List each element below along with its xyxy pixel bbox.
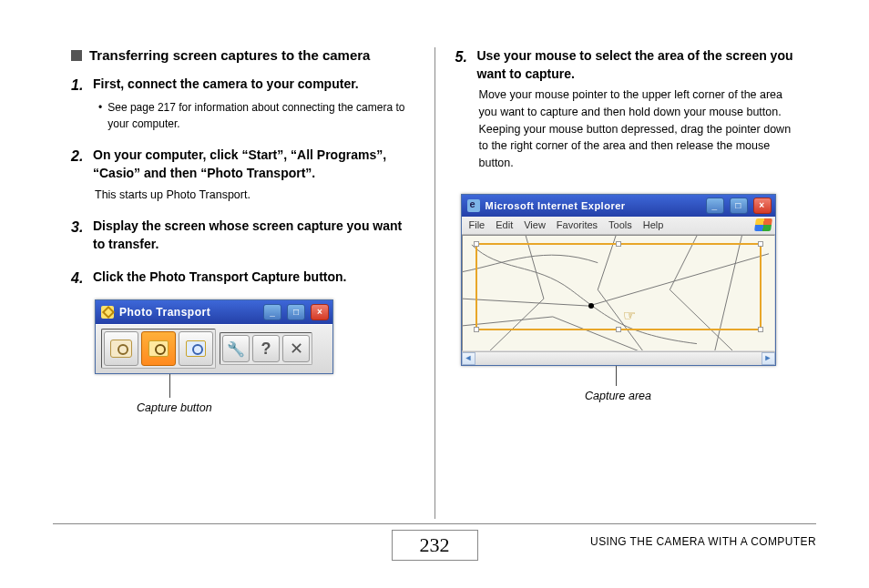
step-title: Click the Photo Transport Capture button… <box>93 269 346 289</box>
menu-file[interactable]: File <box>469 219 486 230</box>
cursor-hand-icon: ☞ <box>623 307 636 324</box>
selection-rectangle <box>475 243 762 330</box>
minimize-button[interactable]: _ <box>263 304 281 320</box>
step-bullet: • See page 217 for information about con… <box>98 99 414 132</box>
minimize-button[interactable]: _ <box>706 198 724 214</box>
scroll-right-button[interactable]: ► <box>762 352 775 365</box>
step-title: On your computer, click “Start”, “All Pr… <box>93 147 414 182</box>
step-body: Move your mouse pointer to the upper lef… <box>479 86 799 172</box>
map-marker-icon <box>588 303 594 309</box>
menu-help[interactable]: Help <box>643 219 664 230</box>
step-body: This starts up Photo Transport. <box>95 187 414 204</box>
step-number: 4. <box>71 269 87 289</box>
chip-alt-icon <box>186 340 206 357</box>
window-title: Microsoft Internet Explorer <box>486 200 700 211</box>
left-column: Transferring screen captures to the came… <box>53 47 433 519</box>
menu-bar: File Edit View Favorites Tools Help <box>462 217 775 235</box>
step-number: 2. <box>71 147 87 182</box>
window-titlebar: Microsoft Internet Explorer _ □ × <box>462 195 775 217</box>
windows-flag-icon <box>754 218 772 231</box>
callout-line <box>95 374 333 401</box>
step-title: First, connect the camera to your comput… <box>93 76 359 96</box>
capture-button[interactable] <box>141 331 176 366</box>
close-button[interactable]: × <box>753 198 772 214</box>
step-5: 5. Use your mouse to select the area of … <box>455 47 799 172</box>
step-title: Use your mouse to select the area of the… <box>477 47 799 83</box>
footer-label: USING THE CAMERA WITH A COMPUTER <box>590 535 816 548</box>
settings-button[interactable]: 🔧 <box>222 335 250 362</box>
step-number: 3. <box>71 218 87 253</box>
step-number: 5. <box>455 47 472 83</box>
step-4: 4. Click the Photo Transport Capture but… <box>71 269 414 414</box>
menu-tools[interactable]: Tools <box>608 219 632 230</box>
right-column: 5. Use your mouse to select the area of … <box>437 47 817 519</box>
bullet-text: See page 217 for information about conne… <box>107 99 414 132</box>
ie-logo-icon <box>467 199 480 212</box>
page-footer: 232 USING THE CAMERA WITH A COMPUTER <box>53 523 816 561</box>
viewport[interactable]: ☞ <box>462 235 775 351</box>
ie-window: Microsoft Internet Explorer _ □ × File E… <box>461 194 776 366</box>
menu-edit[interactable]: Edit <box>496 219 513 230</box>
camera-icon <box>110 340 132 358</box>
scroll-left-button[interactable]: ◄ <box>462 352 475 365</box>
menu-view[interactable]: View <box>524 219 546 230</box>
maximize-button[interactable]: □ <box>730 198 748 214</box>
maximize-button[interactable]: □ <box>287 304 305 320</box>
page-number: 232 <box>392 530 478 561</box>
step-title: Display the screen whose screen capture … <box>93 218 414 253</box>
close-button[interactable]: × <box>311 304 329 320</box>
step-1: 1. First, connect the camera to your com… <box>71 76 414 132</box>
step-number: 1. <box>71 76 87 96</box>
square-bullet-icon <box>71 50 82 61</box>
section-title-text: Transferring screen captures to the came… <box>89 47 370 63</box>
column-divider <box>434 47 435 519</box>
photo-transport-figure: Photo Transport _ □ × 🔧 ? <box>95 299 414 414</box>
content-columns: Transferring screen captures to the came… <box>53 47 816 519</box>
scroll-track[interactable] <box>475 352 762 365</box>
capture-cluster <box>101 329 216 369</box>
util-cluster: 🔧 ? ✕ <box>220 332 312 365</box>
callout-line <box>461 366 799 390</box>
app-icon <box>101 306 114 319</box>
figure-caption: Capture area <box>461 390 776 402</box>
window-title: Photo Transport <box>119 306 258 319</box>
help-button[interactable]: ? <box>252 335 280 362</box>
step-2: 2. On your computer, click “Start”, “All… <box>71 147 414 203</box>
bullet-dot-icon: • <box>98 99 102 132</box>
window-titlebar: Photo Transport _ □ × <box>96 300 332 324</box>
ie-figure: Microsoft Internet Explorer _ □ × File E… <box>461 194 799 402</box>
horizontal-scrollbar[interactable]: ◄ ► <box>462 351 775 365</box>
step-3: 3. Display the screen whose screen captu… <box>71 218 414 253</box>
menu-favorites[interactable]: Favorites <box>557 219 598 230</box>
footer-rule <box>53 523 816 524</box>
image-button[interactable] <box>179 331 213 366</box>
section-heading: Transferring screen captures to the came… <box>71 47 414 63</box>
camera-button[interactable] <box>104 331 138 366</box>
toolbar: 🔧 ? ✕ <box>96 324 332 373</box>
chip-icon <box>148 340 169 357</box>
photo-transport-window: Photo Transport _ □ × 🔧 ? <box>95 299 333 374</box>
figure-caption: Capture button <box>95 401 333 414</box>
exit-button[interactable]: ✕ <box>282 335 310 362</box>
